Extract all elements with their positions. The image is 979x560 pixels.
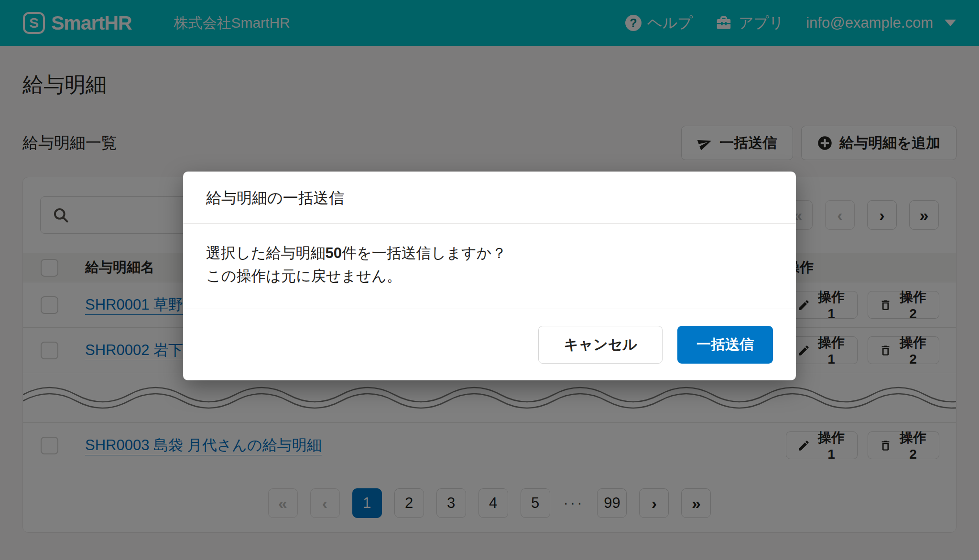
dialog-message-line2: この操作は元に戻せません。 — [206, 265, 773, 288]
cancel-button[interactable]: キャンセル — [538, 326, 663, 364]
dialog-footer: キャンセル 一括送信 — [183, 309, 796, 380]
dialog-body: 選択した給与明細50件を一括送信しますか？ この操作は元に戻せません。 — [183, 224, 796, 309]
smarthr-payslip-page: S SmartHR 株式会社SmartHR ? ヘルプ アプリ info@exa… — [0, 0, 979, 560]
confirm-bulk-send-button[interactable]: 一括送信 — [677, 326, 773, 364]
dialog-message-line1: 選択した給与明細50件を一括送信しますか？ — [206, 242, 773, 265]
dialog-title: 給与明細の一括送信 — [183, 172, 796, 224]
selected-count: 50 — [325, 245, 341, 261]
bulk-send-dialog: 給与明細の一括送信 選択した給与明細50件を一括送信しますか？ この操作は元に戻… — [183, 172, 796, 380]
